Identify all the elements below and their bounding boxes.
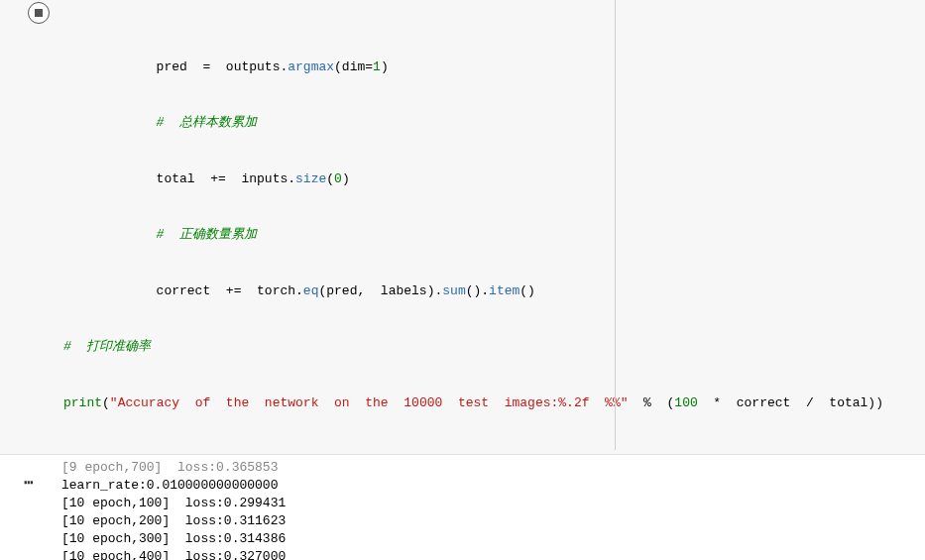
output-line: [9 epoch,700] loss:0.365853: [61, 459, 925, 477]
stop-execution-button[interactable]: [28, 2, 50, 24]
code-line: print("Accuracy of the network on the 10…: [63, 394, 925, 413]
code-line: # 正确数量累加: [63, 226, 925, 245]
code-line: # 总样本数累加: [63, 114, 925, 133]
output-gutter: ⋯: [0, 459, 61, 560]
output-area: ⋯ [9 epoch,700] loss:0.365853learn_rate:…: [0, 455, 925, 560]
code-cell: pred = outputs.argmax(dim=1) # 总样本数累加 to…: [0, 0, 925, 455]
output-line: [10 epoch,300] loss:0.314386: [61, 530, 925, 548]
output-content[interactable]: [9 epoch,700] loss:0.365853learn_rate:0.…: [61, 459, 925, 560]
output-line: [10 epoch,400] loss:0.327000: [61, 548, 925, 560]
output-line: [10 epoch,100] loss:0.299431: [61, 495, 925, 512]
more-actions-icon[interactable]: ⋯: [24, 473, 34, 493]
ruler-line: [615, 0, 616, 450]
stop-icon: [35, 9, 43, 17]
code-editor[interactable]: pred = outputs.argmax(dim=1) # 总样本数累加 to…: [61, 0, 925, 450]
code-line: # 打印准确率: [63, 338, 925, 357]
code-line: pred = outputs.argmax(dim=1): [63, 58, 925, 77]
output-line: learn_rate:0.010000000000000: [61, 477, 925, 495]
code-line: correct += torch.eq(pred, labels).sum().…: [63, 282, 925, 301]
code-line: total += inputs.size(0): [63, 170, 925, 189]
cell-gutter: [0, 0, 61, 450]
output-line: [10 epoch,200] loss:0.311623: [61, 512, 925, 530]
